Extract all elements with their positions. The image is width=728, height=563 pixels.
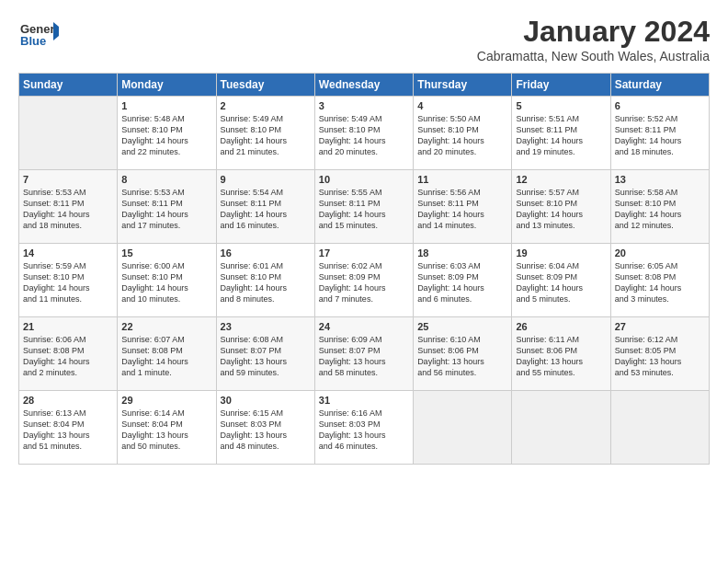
day-info: Sunrise: 6:15 AM Sunset: 8:03 PM Dayligh… [221,408,311,453]
column-header-monday: Monday [118,74,216,97]
calendar-cell [414,391,512,465]
calendar-cell: 12Sunrise: 5:57 AM Sunset: 8:10 PM Dayli… [512,170,610,244]
calendar-table: SundayMondayTuesdayWednesdayThursdayFrid… [18,73,710,465]
calendar-cell: 16Sunrise: 6:01 AM Sunset: 8:10 PM Dayli… [216,244,314,317]
calendar-cell [512,391,610,465]
calendar-cell: 24Sunrise: 6:09 AM Sunset: 8:07 PM Dayli… [314,317,413,391]
day-info: Sunrise: 6:04 AM Sunset: 8:09 PM Dayligh… [516,260,606,305]
day-info: Sunrise: 6:07 AM Sunset: 8:08 PM Dayligh… [121,334,211,379]
day-info: Sunrise: 5:49 AM Sunset: 8:10 PM Dayligh… [319,113,409,158]
calendar-cell [610,391,709,465]
day-info: Sunrise: 6:14 AM Sunset: 8:04 PM Dayligh… [121,408,211,453]
day-number: 25 [417,321,507,332]
day-info: Sunrise: 6:06 AM Sunset: 8:08 PM Dayligh… [23,334,113,379]
calendar-cell: 17Sunrise: 6:02 AM Sunset: 8:09 PM Dayli… [314,244,413,317]
day-number: 6 [615,100,705,111]
day-info: Sunrise: 6:08 AM Sunset: 8:07 PM Dayligh… [221,334,311,379]
column-header-wednesday: Wednesday [314,74,413,97]
day-number: 20 [615,247,705,259]
day-number: 29 [121,395,211,406]
day-number: 19 [516,247,606,259]
day-info: Sunrise: 6:11 AM Sunset: 8:06 PM Dayligh… [516,334,606,379]
logo-icon: General Blue [18,15,59,55]
week-row-3: 14Sunrise: 5:59 AM Sunset: 8:10 PM Dayli… [19,244,710,317]
day-number: 11 [417,174,507,185]
day-info: Sunrise: 6:00 AM Sunset: 8:10 PM Dayligh… [121,260,211,305]
week-row-1: 1Sunrise: 5:48 AM Sunset: 8:10 PM Daylig… [19,97,710,170]
day-info: Sunrise: 5:54 AM Sunset: 8:11 PM Dayligh… [221,187,311,232]
day-number: 14 [23,247,113,259]
week-row-2: 7Sunrise: 5:53 AM Sunset: 8:11 PM Daylig… [19,170,710,244]
day-number: 21 [23,321,113,332]
calendar-cell: 23Sunrise: 6:08 AM Sunset: 8:07 PM Dayli… [216,317,314,391]
calendar-cell: 19Sunrise: 6:04 AM Sunset: 8:09 PM Dayli… [512,244,610,317]
title-block: January 2024 Cabramatta, New South Wales… [477,15,710,63]
day-number: 22 [121,321,211,332]
calendar-cell: 25Sunrise: 6:10 AM Sunset: 8:06 PM Dayli… [414,317,512,391]
calendar-cell: 9Sunrise: 5:54 AM Sunset: 8:11 PM Daylig… [216,170,314,244]
column-header-tuesday: Tuesday [216,74,314,97]
day-info: Sunrise: 5:48 AM Sunset: 8:10 PM Dayligh… [121,113,211,158]
day-info: Sunrise: 6:03 AM Sunset: 8:09 PM Dayligh… [417,260,507,305]
day-number: 1 [121,100,211,111]
day-number: 23 [221,321,311,332]
day-info: Sunrise: 5:53 AM Sunset: 8:11 PM Dayligh… [23,187,113,232]
calendar-cell [19,97,118,170]
day-info: Sunrise: 5:49 AM Sunset: 8:10 PM Dayligh… [221,113,311,158]
day-info: Sunrise: 5:50 AM Sunset: 8:10 PM Dayligh… [417,113,507,158]
day-number: 15 [121,247,211,259]
column-header-saturday: Saturday [610,74,709,97]
calendar-cell: 21Sunrise: 6:06 AM Sunset: 8:08 PM Dayli… [19,317,118,391]
day-number: 2 [221,100,311,111]
day-number: 5 [516,100,606,111]
day-number: 9 [221,174,311,185]
svg-text:Blue: Blue [20,34,46,48]
calendar-cell: 28Sunrise: 6:13 AM Sunset: 8:04 PM Dayli… [19,391,118,465]
calendar-cell: 22Sunrise: 6:07 AM Sunset: 8:08 PM Dayli… [118,317,216,391]
calendar-cell: 3Sunrise: 5:49 AM Sunset: 8:10 PM Daylig… [314,97,413,170]
calendar-cell: 13Sunrise: 5:58 AM Sunset: 8:10 PM Dayli… [610,170,709,244]
day-info: Sunrise: 5:53 AM Sunset: 8:11 PM Dayligh… [121,187,211,232]
day-number: 30 [221,395,311,406]
calendar-body: 1Sunrise: 5:48 AM Sunset: 8:10 PM Daylig… [19,97,710,465]
day-info: Sunrise: 5:52 AM Sunset: 8:11 PM Dayligh… [615,113,705,158]
calendar-cell: 15Sunrise: 6:00 AM Sunset: 8:10 PM Dayli… [118,244,216,317]
column-header-thursday: Thursday [414,74,512,97]
month-title: January 2024 [477,15,710,49]
week-row-5: 28Sunrise: 6:13 AM Sunset: 8:04 PM Dayli… [19,391,710,465]
week-row-4: 21Sunrise: 6:06 AM Sunset: 8:08 PM Dayli… [19,317,710,391]
day-number: 26 [516,321,606,332]
calendar-cell: 4Sunrise: 5:50 AM Sunset: 8:10 PM Daylig… [414,97,512,170]
day-info: Sunrise: 6:09 AM Sunset: 8:07 PM Dayligh… [319,334,409,379]
day-number: 28 [23,395,113,406]
calendar-cell: 8Sunrise: 5:53 AM Sunset: 8:11 PM Daylig… [118,170,216,244]
day-info: Sunrise: 5:58 AM Sunset: 8:10 PM Dayligh… [615,187,705,232]
day-number: 10 [319,174,409,185]
column-header-sunday: Sunday [19,74,118,97]
calendar-cell: 11Sunrise: 5:56 AM Sunset: 8:11 PM Dayli… [414,170,512,244]
day-number: 24 [319,321,409,332]
calendar-cell: 1Sunrise: 5:48 AM Sunset: 8:10 PM Daylig… [118,97,216,170]
day-number: 13 [615,174,705,185]
calendar-cell: 5Sunrise: 5:51 AM Sunset: 8:11 PM Daylig… [512,97,610,170]
day-number: 7 [23,174,113,185]
day-number: 31 [319,395,409,406]
day-info: Sunrise: 6:13 AM Sunset: 8:04 PM Dayligh… [23,408,113,453]
calendar-header-row: SundayMondayTuesdayWednesdayThursdayFrid… [19,74,710,97]
calendar-cell: 10Sunrise: 5:55 AM Sunset: 8:11 PM Dayli… [314,170,413,244]
day-info: Sunrise: 6:02 AM Sunset: 8:09 PM Dayligh… [319,260,409,305]
day-info: Sunrise: 6:12 AM Sunset: 8:05 PM Dayligh… [615,334,705,379]
page-container: General Blue January 2024 Cabramatta, Ne… [0,0,728,474]
day-info: Sunrise: 5:56 AM Sunset: 8:11 PM Dayligh… [417,187,507,232]
day-number: 3 [319,100,409,111]
day-info: Sunrise: 6:16 AM Sunset: 8:03 PM Dayligh… [319,408,409,453]
day-number: 12 [516,174,606,185]
day-info: Sunrise: 5:51 AM Sunset: 8:11 PM Dayligh… [516,113,606,158]
day-number: 8 [121,174,211,185]
day-info: Sunrise: 5:59 AM Sunset: 8:10 PM Dayligh… [23,260,113,305]
calendar-cell: 26Sunrise: 6:11 AM Sunset: 8:06 PM Dayli… [512,317,610,391]
day-number: 18 [417,247,507,259]
calendar-cell: 6Sunrise: 5:52 AM Sunset: 8:11 PM Daylig… [610,97,709,170]
day-info: Sunrise: 5:55 AM Sunset: 8:11 PM Dayligh… [319,187,409,232]
calendar-cell: 7Sunrise: 5:53 AM Sunset: 8:11 PM Daylig… [19,170,118,244]
